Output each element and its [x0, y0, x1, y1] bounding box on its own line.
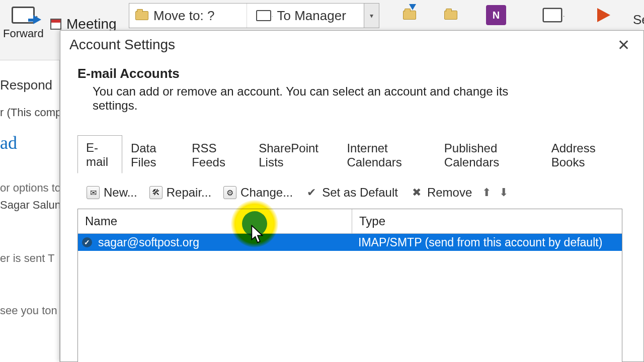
msg-preview-2: er is sent T: [0, 250, 59, 267]
set-default-button[interactable]: ✔ Set as Default: [301, 184, 402, 202]
msg-sender-1: Sagar Salunl: [0, 197, 59, 214]
account-name-cell: sagar@softpost.org: [96, 236, 352, 249]
section-heading: E-mail Accounts: [77, 66, 631, 81]
account-row[interactable]: ✓ sagar@softpost.org IMAP/SMTP (send fro…: [78, 234, 622, 251]
reading-pane-clip: Respond r (This comp ad or options to Sa…: [0, 60, 60, 362]
change-icon: ⚙: [223, 186, 236, 199]
rules-folder-icon: [444, 11, 457, 20]
mark-unread-button[interactable]: [535, 3, 570, 27]
tab-rss-feeds[interactable]: RSS Feeds: [183, 136, 250, 173]
default-account-icon: ✓: [78, 237, 96, 247]
remove-account-button[interactable]: ✖ Remove: [406, 184, 476, 202]
follow-up-button[interactable]: [587, 3, 621, 27]
quick-steps-gallery[interactable]: Move to: ? To Manager ▾: [129, 3, 379, 28]
account-type-cell: IMAP/SMTP (send from this account by def…: [352, 236, 622, 249]
rules-button[interactable]: [434, 3, 468, 27]
forward-button[interactable]: Forward: [3, 3, 44, 40]
tab-email[interactable]: E-mail: [77, 135, 122, 173]
search-people-stub[interactable]: Se: [633, 12, 644, 28]
dialog-titlebar: Account Settings ✕: [60, 31, 643, 59]
remove-icon: ✖: [410, 186, 423, 199]
respond-label: Respond: [0, 75, 59, 95]
move-folder-icon: [403, 11, 416, 20]
move-down-button[interactable]: ⬇: [497, 186, 510, 199]
onenote-icon: N: [486, 5, 506, 25]
tab-data-files[interactable]: Data Files: [122, 136, 183, 173]
move-folder-button[interactable]: [392, 3, 427, 27]
tab-internet-calendars[interactable]: Internet Calendars: [338, 136, 435, 173]
unread-filter[interactable]: ad: [0, 130, 59, 155]
quicksteps-more-dropdown[interactable]: ▾: [364, 4, 379, 28]
accounts-grid: Name Type ✓ sagar@softpost.org IMAP/SMTP…: [77, 209, 622, 362]
set-default-label: Set as Default: [322, 186, 398, 200]
calendar-icon: [50, 19, 61, 30]
move-to-quickstep[interactable]: Move to: ?: [129, 4, 247, 28]
msg-preview-3: see you ton: [0, 302, 59, 319]
move-up-button[interactable]: ⬆: [480, 186, 493, 199]
folder-icon: [135, 11, 148, 20]
new-label: New...: [104, 186, 137, 200]
grid-header: Name Type: [78, 209, 622, 234]
new-icon: ✉: [87, 186, 100, 199]
check-icon: ✔: [305, 186, 318, 199]
envelope-icon: [256, 10, 271, 21]
repair-icon: 🛠: [149, 186, 163, 199]
forward-icon: [7, 3, 40, 27]
envelope-unread-icon: [542, 8, 562, 23]
column-type[interactable]: Type: [352, 209, 622, 233]
folder-node[interactable]: r (This comp: [0, 104, 59, 121]
dialog-title: Account Settings: [69, 37, 175, 53]
change-label: Change...: [240, 186, 293, 200]
tab-address-books[interactable]: Address Books: [543, 136, 625, 173]
section-subtitle: You can add or remove an account. You ca…: [93, 84, 545, 113]
repair-label: Repair...: [167, 186, 211, 200]
to-manager-label: To Manager: [277, 8, 346, 24]
forward-label: Forward: [3, 27, 44, 40]
tab-sharepoint[interactable]: SharePoint Lists: [250, 136, 338, 173]
msg-preview-1: or options to: [0, 179, 59, 197]
column-name[interactable]: Name: [78, 209, 352, 233]
flag-icon: [597, 8, 610, 22]
remove-label: Remove: [427, 186, 472, 200]
tab-published-calendars[interactable]: Published Calendars: [436, 136, 543, 173]
to-manager-quickstep[interactable]: To Manager: [247, 4, 364, 28]
settings-tabs: E-mail Data Files RSS Feeds SharePoint L…: [77, 135, 625, 173]
change-account-button[interactable]: ⚙ Change...: [219, 184, 297, 202]
accounts-toolbar: ✉ New... 🛠 Repair... ⚙ Change... ✔ Set a…: [77, 173, 631, 209]
onenote-button[interactable]: N: [479, 3, 513, 27]
new-account-button[interactable]: ✉ New...: [83, 184, 141, 202]
account-settings-dialog: Account Settings ✕ E-mail Accounts You c…: [60, 30, 644, 362]
move-to-label: Move to: ?: [153, 8, 214, 24]
close-button[interactable]: ✕: [612, 36, 634, 54]
repair-account-button[interactable]: 🛠 Repair...: [145, 184, 215, 202]
